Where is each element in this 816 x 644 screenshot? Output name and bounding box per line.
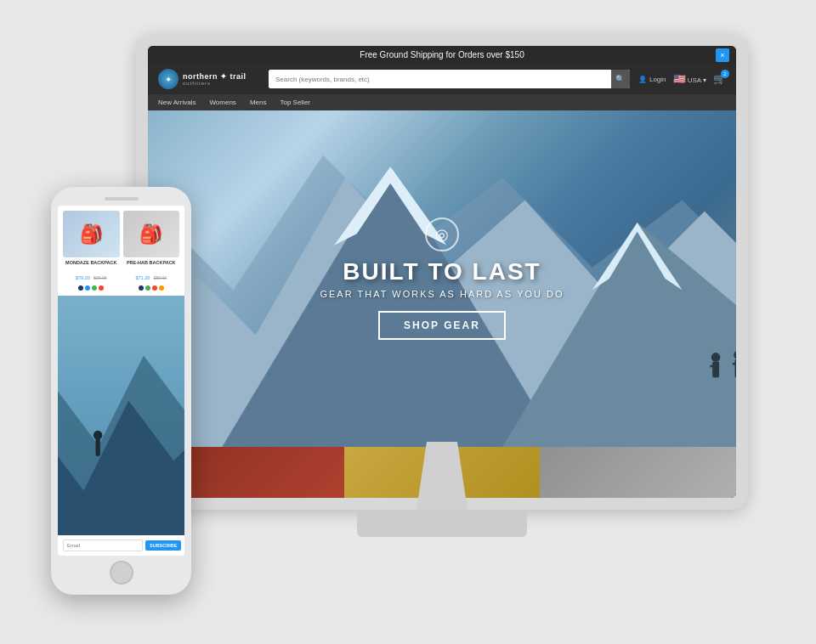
color-dot	[139, 285, 144, 291]
product-2-old-price: $89.00	[154, 275, 167, 280]
notification-close-button[interactable]: ×	[716, 48, 729, 62]
phone-landscape-illustration	[58, 296, 184, 535]
header-actions: 👤 Login 🇺🇸 USA ▾ 🛒 2	[638, 73, 726, 85]
search-input[interactable]	[269, 70, 611, 88]
logo-area: ✦ northern ✦ trail outfitters	[158, 69, 260, 89]
scene: Free Ground Shipping for Orders over $15…	[0, 0, 816, 644]
monitor-frame: Free Ground Shipping for Orders over $15…	[136, 34, 748, 510]
product-1-price: $79.20	[76, 275, 90, 280]
phone-email-input[interactable]	[63, 539, 143, 551]
logo-sub: outfitters	[183, 81, 246, 86]
product-1-old-price: $99.00	[94, 275, 106, 280]
logo-name: northern ✦ trail	[183, 72, 246, 81]
phone-screen: 🎒 MONDAZE BACKPACK $79.20 $99.00	[58, 206, 184, 556]
hero-section: ◎ BUILT TO LAST GEAR THAT WORKS AS HARD …	[148, 110, 736, 447]
phone-product-2[interactable]: 🎒 PRE-HAB BACKPACK $71.20 $89.00	[123, 211, 180, 291]
color-dot	[152, 285, 157, 291]
color-dot	[99, 285, 104, 291]
search-bar[interactable]: 🔍	[269, 70, 630, 88]
product-2-image: 🎒	[123, 211, 180, 257]
phone-product-1[interactable]: 🎒 MONDAZE BACKPACK $79.20 $99.00	[63, 211, 120, 291]
nav-item-new-arrivals[interactable]: New Arrivals	[158, 99, 196, 106]
phone-subscribe-section: SUBSCRIBE	[58, 535, 184, 556]
svg-point-19	[94, 430, 103, 439]
product-2-price: $71.20	[135, 275, 150, 280]
login-button[interactable]: 👤 Login	[638, 76, 666, 83]
svg-rect-7	[712, 362, 719, 377]
phone: 🎒 MONDAZE BACKPACK $79.20 $99.00	[51, 187, 191, 595]
phone-hero-section	[58, 296, 184, 535]
nav-item-mens[interactable]: Mens	[250, 99, 267, 106]
hero-title: BUILT TO LAST	[320, 258, 564, 285]
login-label: Login	[649, 76, 666, 83]
monitor: Free Ground Shipping for Orders over $15…	[136, 34, 748, 595]
phone-home-button[interactable]	[110, 561, 133, 585]
logo-icon: ✦	[158, 69, 178, 89]
product-1-pricing: $79.20 $99.00	[63, 268, 120, 283]
cart-badge: 2	[721, 70, 729, 78]
product-1-image: 🎒	[63, 211, 120, 257]
phone-speaker	[105, 197, 139, 201]
nav-item-womens[interactable]: Womens	[209, 99, 235, 106]
notification-message: Free Ground Shipping for Orders over $15…	[360, 50, 524, 59]
phone-frame: 🎒 MONDAZE BACKPACK $79.20 $99.00	[51, 187, 191, 595]
monitor-screen: Free Ground Shipping for Orders over $15…	[148, 46, 736, 498]
phone-products-section: 🎒 MONDAZE BACKPACK $79.20 $99.00	[58, 206, 184, 296]
person-icon: 👤	[638, 76, 647, 83]
hero-content: ◎ BUILT TO LAST GEAR THAT WORKS AS HARD …	[320, 217, 564, 340]
site-nav: New Arrivals Womens Mens Top Seller	[148, 94, 736, 110]
hero-brand-icon: ◎	[425, 217, 459, 251]
color-dot	[85, 285, 90, 291]
svg-rect-18	[95, 438, 99, 455]
logo-text: northern ✦ trail outfitters	[183, 72, 246, 86]
color-dot	[78, 285, 83, 291]
shop-gear-button[interactable]: SHOP GEAR	[378, 311, 506, 340]
nav-item-top-seller[interactable]: Top Seller	[280, 99, 310, 106]
site-header: ✦ northern ✦ trail outfitters 🔍 👤	[148, 64, 736, 94]
color-dot	[92, 285, 97, 291]
region-selector[interactable]: 🇺🇸 USA ▾	[673, 73, 706, 85]
hero-background: ◎ BUILT TO LAST GEAR THAT WORKS AS HARD …	[148, 110, 736, 447]
chevron-down-icon: ▾	[703, 76, 706, 84]
svg-point-6	[711, 353, 721, 362]
color-dot	[145, 285, 150, 291]
search-button[interactable]: 🔍	[611, 70, 630, 88]
notification-bar: Free Ground Shipping for Orders over $15…	[148, 46, 736, 64]
category-item-3[interactable]	[540, 447, 736, 498]
phone-subscribe-button[interactable]: SUBSCRIBE	[145, 540, 181, 551]
cart-button[interactable]: 🛒 2	[713, 73, 726, 85]
hero-subtitle: GEAR THAT WORKS AS HARD AS YOU DO	[320, 289, 564, 299]
flag-icon: 🇺🇸	[673, 73, 686, 85]
color-dot	[159, 285, 164, 291]
product-2-pricing: $71.20 $89.00	[123, 268, 180, 283]
svg-rect-10	[735, 359, 736, 377]
product-2-colors	[123, 285, 180, 291]
product-1-name: MONDAZE BACKPACK	[63, 260, 120, 266]
product-1-colors	[63, 285, 120, 291]
product-2-name: PRE-HAB BACKPACK	[123, 260, 180, 266]
monitor-base	[357, 510, 527, 537]
region-label: USA	[688, 76, 701, 84]
